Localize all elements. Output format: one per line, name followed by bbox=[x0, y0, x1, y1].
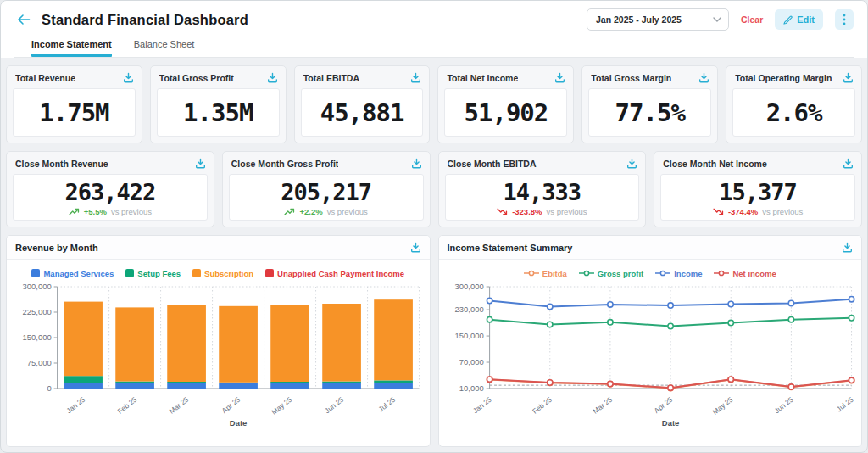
pencil-icon bbox=[783, 15, 793, 25]
revenue-by-month-chart: 075,000150,000225,000300,000Jan 25Feb 25… bbox=[10, 280, 426, 446]
kpi-value: 51,902 bbox=[465, 98, 548, 127]
tab-bar: Income Statement Balance Sheet bbox=[14, 31, 854, 58]
kpi-card-total-revenue: Total Revenue 1.75M bbox=[6, 65, 142, 143]
trend-indicator: -323.8% vs previous bbox=[497, 207, 587, 216]
kpi-value: 45,881 bbox=[320, 98, 404, 127]
kpi-value: 205,217 bbox=[281, 179, 371, 205]
kpi-title: Total Operating Margin bbox=[735, 73, 832, 83]
download-icon[interactable] bbox=[843, 158, 854, 169]
legend-item[interactable]: Setup Fees bbox=[125, 269, 181, 278]
svg-text:0: 0 bbox=[47, 383, 51, 393]
download-icon[interactable] bbox=[626, 158, 637, 169]
svg-text:Jun 25: Jun 25 bbox=[772, 394, 794, 415]
chevron-down-icon bbox=[713, 17, 721, 22]
legend-item[interactable]: Gross profit bbox=[579, 269, 643, 278]
trending-down-icon bbox=[497, 208, 508, 215]
trend-value: -374.4% bbox=[728, 207, 758, 216]
download-icon[interactable] bbox=[410, 242, 421, 253]
svg-text:Apr 25: Apr 25 bbox=[652, 394, 674, 414]
svg-text:150,000: 150,000 bbox=[23, 333, 52, 342]
svg-text:230,000: 230,000 bbox=[454, 305, 483, 314]
svg-text:-10,000: -10,000 bbox=[456, 383, 483, 393]
kpi-value: 1.35M bbox=[183, 98, 253, 127]
trending-down-icon bbox=[713, 208, 724, 215]
legend-item[interactable]: Subscription bbox=[192, 269, 253, 278]
legend-item[interactable]: Managed Services bbox=[31, 269, 114, 278]
trend-suffix: vs previous bbox=[111, 207, 152, 216]
tab-balance-sheet[interactable]: Balance Sheet bbox=[134, 39, 195, 57]
kpi-card-total-gross-profit: Total Gross Profit 1.35M bbox=[150, 65, 287, 143]
kpi-card-close-month-net-income: Close Month Net Income 15,377 -374.4% vs… bbox=[654, 151, 862, 227]
legend-swatch bbox=[265, 269, 274, 277]
kpi-value: 1.75M bbox=[39, 98, 108, 127]
svg-text:300,000: 300,000 bbox=[454, 282, 483, 291]
page-title: Standard Financial Dashboard bbox=[42, 12, 248, 28]
clear-button[interactable]: Clear bbox=[741, 14, 763, 25]
date-range-select[interactable]: Jan 2025 - July 2025 bbox=[587, 8, 729, 31]
kpi-card-total-operating-margin: Total Operating Margin 2.6% bbox=[726, 65, 862, 143]
tab-income-statement[interactable]: Income Statement bbox=[31, 39, 112, 57]
kpi-card-total-net-income: Total Net Income 51,902 bbox=[437, 65, 574, 143]
charts-row: Revenue by Month Managed ServicesSetup F… bbox=[6, 235, 862, 447]
legend-swatch bbox=[125, 269, 134, 277]
legend-item[interactable]: Income bbox=[655, 269, 702, 278]
kpi-card-close-month-revenue: Close Month Revenue 263,422 +5.5% vs pre… bbox=[6, 151, 214, 227]
svg-text:May 25: May 25 bbox=[270, 394, 293, 416]
trending-up-icon bbox=[69, 208, 80, 215]
svg-text:Mar 25: Mar 25 bbox=[167, 394, 190, 415]
topbar: Standard Financial Dashboard Jan 2025 - … bbox=[1, 1, 867, 58]
download-icon[interactable] bbox=[410, 72, 421, 83]
trend-indicator: +5.5% vs previous bbox=[69, 207, 152, 216]
kpi-title: Close Month Gross Profit bbox=[231, 159, 339, 169]
svg-text:Jul 25: Jul 25 bbox=[834, 394, 854, 413]
kpi-row-close-month: Close Month Revenue 263,422 +5.5% vs pre… bbox=[6, 151, 862, 227]
kpi-card-close-month-gross-profit: Close Month Gross Profit 205,217 +2.2% v… bbox=[222, 151, 431, 227]
svg-text:Feb 25: Feb 25 bbox=[115, 394, 138, 415]
download-icon[interactable] bbox=[267, 72, 278, 83]
download-icon[interactable] bbox=[554, 72, 565, 83]
legend-item[interactable]: Net income bbox=[714, 269, 776, 278]
legend-swatch bbox=[192, 269, 201, 277]
income-summary-legend: EbitdaGross profitIncomeNet income bbox=[442, 266, 859, 280]
svg-text:Apr 25: Apr 25 bbox=[220, 394, 242, 414]
svg-text:Jun 25: Jun 25 bbox=[323, 394, 345, 415]
download-icon[interactable] bbox=[123, 72, 134, 83]
download-icon[interactable] bbox=[843, 72, 854, 83]
kpi-value: 14,333 bbox=[504, 179, 581, 205]
svg-text:Jul 25: Jul 25 bbox=[376, 394, 397, 413]
more-options-button[interactable] bbox=[835, 9, 854, 30]
kpi-title: Total Net Income bbox=[447, 73, 518, 83]
trend-indicator: +2.2% vs previous bbox=[284, 207, 367, 216]
kpi-card-total-ebitda: Total EBITDA 45,881 bbox=[294, 65, 431, 143]
trend-suffix: vs previous bbox=[762, 207, 803, 216]
kebab-menu-icon bbox=[843, 14, 846, 25]
legend-item[interactable]: Ebitda bbox=[524, 269, 567, 278]
back-button[interactable] bbox=[14, 10, 33, 29]
svg-text:225,000: 225,000 bbox=[23, 307, 52, 316]
svg-text:Feb 25: Feb 25 bbox=[531, 394, 554, 415]
download-icon[interactable] bbox=[842, 242, 853, 253]
edit-button[interactable]: Edit bbox=[775, 9, 823, 30]
download-icon[interactable] bbox=[411, 158, 422, 169]
kpi-title: Total Gross Profit bbox=[159, 73, 234, 83]
svg-text:300,000: 300,000 bbox=[23, 282, 52, 291]
kpi-card-total-gross-margin: Total Gross Margin 77.5% bbox=[581, 65, 718, 143]
kpi-title: Close Month Revenue bbox=[15, 159, 108, 169]
arrow-left-icon bbox=[17, 14, 31, 25]
svg-text:Jan 25: Jan 25 bbox=[470, 394, 492, 415]
panel-title: Income Statement Summary bbox=[448, 243, 573, 253]
svg-text:Date: Date bbox=[230, 418, 247, 428]
income-statement-summary-panel: Income Statement Summary EbitdaGross pro… bbox=[438, 235, 863, 447]
trend-indicator: -374.4% vs previous bbox=[713, 207, 803, 216]
download-icon[interactable] bbox=[698, 72, 709, 83]
trend-value: -323.8% bbox=[512, 207, 542, 216]
kpi-title: Total Gross Margin bbox=[591, 73, 671, 83]
kpi-title: Total EBITDA bbox=[303, 73, 359, 83]
svg-text:150,000: 150,000 bbox=[454, 331, 483, 340]
legend-item[interactable]: Unapplied Cash Payment Income bbox=[265, 269, 404, 278]
revenue-chart-legend: Managed ServicesSetup FeesSubscriptionUn… bbox=[10, 266, 426, 280]
trending-up-icon bbox=[284, 208, 295, 215]
kpi-value: 15,377 bbox=[719, 179, 797, 205]
svg-text:Date: Date bbox=[661, 418, 678, 428]
download-icon[interactable] bbox=[195, 158, 206, 169]
